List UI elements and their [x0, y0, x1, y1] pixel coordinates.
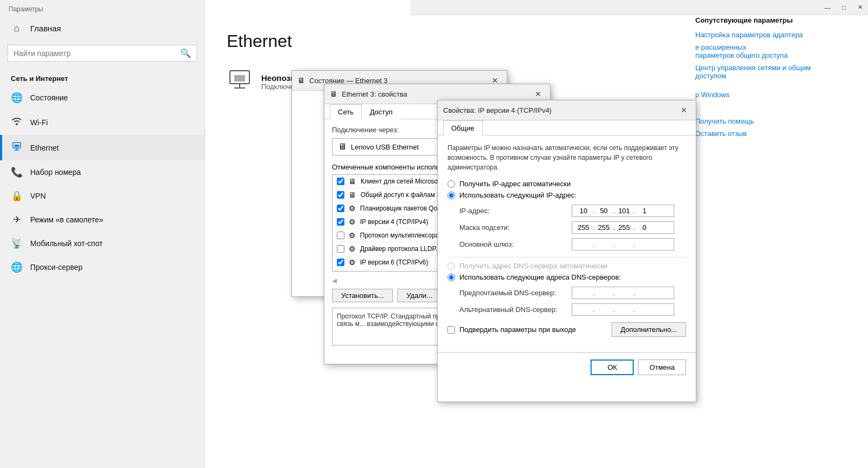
props-window-close[interactable]: ✕ [532, 87, 545, 100]
pref-dns-input[interactable]: . . . [572, 287, 674, 299]
subnet-octet-1[interactable] [575, 223, 592, 232]
component-icon: ⚙ [349, 204, 356, 213]
manual-ip-radio[interactable]: Использовать следующий IP-адрес: [447, 191, 686, 199]
main-content: — □ ✕ Ethernet Неопознанн... Подключен..… [205, 0, 868, 468]
ok-button[interactable]: ОК [591, 360, 634, 375]
network-center-link[interactable]: Центр управления сетями и общимдоступом [695, 64, 846, 80]
sidebar-item-vpn[interactable]: 🔒 VPN [0, 184, 205, 208]
ethernet-icon [11, 141, 23, 154]
alt-dns-octet-2[interactable] [596, 306, 612, 314]
sidebar-item-airplane[interactable]: ✈ Режим «в самолете» [0, 208, 205, 232]
search-icon: 🔍 [180, 48, 191, 58]
manual-ip-radio-input[interactable] [447, 192, 455, 199]
ip-octet-4[interactable] [636, 207, 653, 215]
auto-dns-radio-input[interactable] [447, 262, 455, 270]
subnet-octet-2[interactable] [596, 223, 612, 232]
separator [447, 257, 686, 257]
advanced-sharing-link[interactable]: е расширенныхпараметров общего доступа [695, 43, 846, 59]
ip-octet-2[interactable] [596, 207, 612, 215]
sidebar-item-label: Ethernet [30, 144, 59, 152]
dialup-icon: 📞 [11, 166, 23, 178]
pref-dns-octet-2[interactable] [596, 289, 612, 297]
scroll-indicator: ◀ [332, 277, 337, 284]
subnet-input[interactable]: . . . [572, 221, 674, 234]
ipv4-window-close[interactable]: ✕ [677, 104, 690, 117]
alt-dns-octet-1[interactable] [575, 306, 592, 314]
advanced-button[interactable]: Дополнительно... [612, 322, 686, 337]
alt-dns-input[interactable]: . . . [572, 303, 674, 316]
ip-octet-3[interactable] [616, 207, 632, 215]
window-controls: — □ ✕ [819, 0, 868, 15]
subnet-octet-3[interactable] [616, 223, 632, 232]
sidebar-item-hotspot[interactable]: 📡 Мобильный хот-спот [0, 232, 205, 255]
search-box[interactable]: 🔍 [8, 45, 197, 62]
sidebar-item-dialup[interactable]: 📞 Набор номера [0, 160, 205, 184]
component-label: Драйвер протокола LLDP... [360, 245, 441, 253]
tab-network[interactable]: Сеть [330, 104, 362, 119]
sidebar-item-proxy[interactable]: 🌐 Прокси-сервер [0, 255, 205, 279]
component-icon: ⚙ [349, 245, 356, 253]
minimize-button[interactable]: — [819, 0, 836, 15]
auto-dns-radio[interactable]: Получить адрес DNS-сервера автоматически [447, 262, 686, 270]
component-icon: 🖥 [349, 177, 356, 186]
auto-ip-radio-input[interactable] [447, 180, 455, 188]
sidebar-item-label: Мобильный хот-спот [30, 239, 103, 248]
sidebar-item-ethernet[interactable]: Ethernet [0, 135, 205, 160]
pref-dns-octet-1[interactable] [575, 289, 592, 297]
props-window-icon: 🖥 [330, 90, 337, 98]
tab-access[interactable]: Доступ [362, 104, 401, 119]
component-label: Клиент для сетей Microsof... [361, 178, 445, 185]
subnet-label: Маска подсети: [459, 223, 567, 232]
manual-ip-radio-label: Использовать следующий IP-адрес: [459, 191, 577, 199]
pref-dns-octet-3[interactable] [616, 289, 632, 297]
maximize-button[interactable]: □ [836, 0, 852, 15]
component-checkbox-5[interactable] [337, 245, 344, 253]
pref-dns-octet-4[interactable] [636, 289, 653, 297]
app-title: Параметры [0, 0, 205, 16]
install-button[interactable]: Установить... [332, 289, 393, 302]
home-label: Главная [30, 24, 61, 33]
alt-dns-label: Альтернативный DNS-сервер: [459, 306, 567, 314]
adapter-settings-link[interactable]: Настройка параметров адаптера [695, 31, 846, 39]
alt-dns-octet-4[interactable] [636, 306, 653, 314]
gateway-octet-1[interactable] [575, 240, 592, 248]
ip-octet-1[interactable] [575, 207, 592, 215]
sidebar-item-wifi[interactable]: Wi-Fi [0, 110, 205, 135]
ipv4-tab-general[interactable]: Общие [443, 120, 483, 135]
confirm-checkbox-row[interactable]: Подвердить параметры при выходе Дополнит… [447, 322, 686, 337]
gateway-input[interactable]: . . . [572, 238, 674, 250]
status-window-icon: 🖥 [297, 76, 305, 85]
sidebar-item-status[interactable]: 🌐 Состояние [0, 86, 205, 110]
auto-dns-radio-label: Получить адрес DNS-сервера автоматически [459, 262, 607, 270]
auto-ip-radio[interactable]: Получить IP-адрес автоматически [447, 180, 686, 188]
dns-fields-group: Предпочтаемый DNS-сервер: . . . Альтерна… [459, 287, 686, 316]
gateway-octet-3[interactable] [616, 240, 632, 248]
component-checkbox-1[interactable] [337, 191, 344, 199]
manual-dns-radio-input[interactable] [447, 274, 455, 281]
close-button[interactable]: ✕ [852, 0, 868, 15]
windows-params-link[interactable]: р Windows [695, 91, 846, 99]
gateway-octet-2[interactable] [596, 240, 612, 248]
device-icon: 🖥 [338, 142, 347, 152]
sidebar-home[interactable]: ⌂ Главная [0, 16, 205, 40]
component-checkbox-3[interactable] [337, 218, 344, 226]
component-checkbox-0[interactable] [337, 178, 344, 185]
alt-dns-octet-3[interactable] [616, 306, 632, 314]
cancel-button[interactable]: Отмена [638, 360, 686, 375]
gateway-field-row: Основной шлюз: . . . [459, 238, 686, 250]
component-checkbox-2[interactable] [337, 205, 344, 212]
wifi-icon [11, 116, 23, 129]
confirm-checkbox[interactable] [447, 326, 455, 334]
subnet-octet-4[interactable] [636, 223, 653, 232]
help-link[interactable]: Получить помощь [695, 117, 846, 125]
remove-button[interactable]: Удали... [397, 289, 442, 302]
manual-dns-radio[interactable]: Использовать следующие адреса DNS-сервер… [447, 273, 686, 281]
sidebar-item-label: Wi-Fi [30, 118, 48, 127]
sidebar-item-label: Набор номера [30, 168, 81, 177]
component-checkbox-6[interactable] [337, 259, 344, 266]
ip-input[interactable]: . . . [572, 205, 674, 217]
gateway-octet-4[interactable] [636, 240, 653, 248]
feedback-link[interactable]: Оставить отзыв [695, 130, 846, 138]
search-input[interactable] [13, 49, 180, 58]
component-checkbox-4[interactable] [337, 232, 344, 239]
